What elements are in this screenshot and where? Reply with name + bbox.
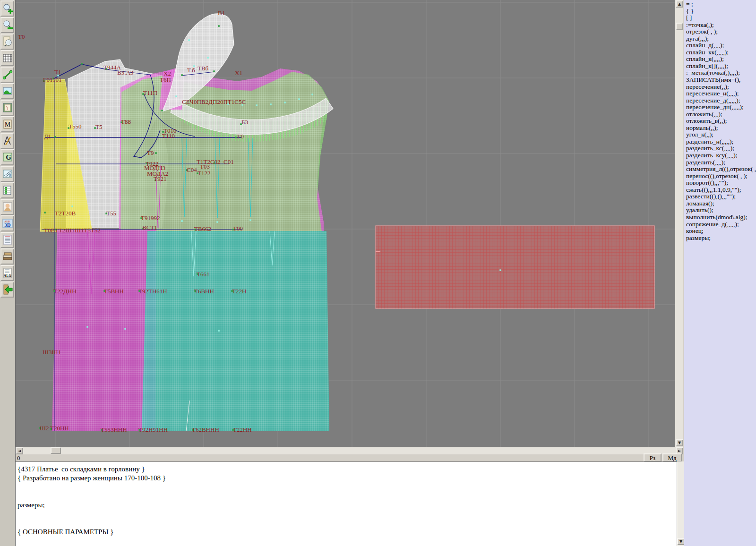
pattern-piece-button[interactable] bbox=[0, 100, 14, 116]
exit-button[interactable] bbox=[0, 282, 14, 298]
zoom-out-button[interactable] bbox=[0, 17, 14, 33]
command-item[interactable]: сжать((),,,1.1,0.9,""); bbox=[686, 187, 756, 194]
pattern-piece-skirt-teal[interactable] bbox=[142, 231, 329, 431]
canvas-vertical-scrollbar[interactable]: ▲ ▼ bbox=[675, 0, 683, 447]
command-item[interactable]: угол_к(,,); bbox=[686, 131, 756, 138]
image-button[interactable] bbox=[0, 83, 14, 99]
command-item[interactable]: симметрия_л((),отрезок( , ); bbox=[686, 166, 756, 173]
segment-tool-button[interactable] bbox=[0, 67, 14, 83]
3d-icon: АБВ3D bbox=[2, 217, 13, 230]
command-item[interactable]: ломаная(); bbox=[686, 200, 756, 207]
size-table-button[interactable] bbox=[0, 182, 14, 198]
command-item[interactable]: развести((),(),,,""); bbox=[686, 193, 756, 200]
grid-button[interactable] bbox=[0, 50, 14, 66]
text-list-button[interactable] bbox=[0, 232, 14, 248]
command-item[interactable]: { } bbox=[686, 8, 756, 15]
drawing-canvas[interactable]: Т0В1Т1Г01101Т944АВЗ.А3Х2Т6ПТ.бТВбХ1Т11ПС… bbox=[16, 0, 675, 447]
command-item[interactable]: размеры; bbox=[686, 235, 756, 242]
command-item[interactable]: конец; bbox=[686, 228, 756, 235]
command-item[interactable]: отрезок( , ); bbox=[686, 28, 756, 35]
command-item[interactable]: отложить_в(,,); bbox=[686, 118, 756, 125]
point-marker[interactable] bbox=[124, 328, 126, 330]
command-item[interactable]: :=метка(точка(,),,,,); bbox=[686, 69, 756, 77]
point-marker[interactable] bbox=[218, 25, 220, 27]
preview-button[interactable] bbox=[0, 34, 14, 50]
algorithm-editor[interactable]: {4317 Платье со складками в горловину }{… bbox=[16, 461, 677, 546]
command-item[interactable]: сплайн_к[](,,,,); bbox=[686, 63, 756, 70]
scroll-left-icon[interactable]: ◄ bbox=[16, 447, 23, 454]
command-item[interactable]: :=точка(,); bbox=[686, 22, 756, 29]
svg-text:3D: 3D bbox=[4, 222, 11, 228]
point-marker[interactable] bbox=[249, 219, 251, 221]
marker-m-button[interactable]: M bbox=[0, 116, 14, 132]
command-item[interactable]: ЗАПИСАТЬ(имя=(), bbox=[686, 77, 756, 84]
canvas-horizontal-scrollbar[interactable]: ◄ ► bbox=[16, 447, 683, 454]
sketch-button[interactable]: 8 bbox=[0, 166, 14, 182]
point-marker[interactable] bbox=[188, 39, 190, 41]
algorithm-button[interactable]: ALG bbox=[0, 265, 14, 281]
point-marker[interactable] bbox=[499, 269, 501, 271]
zoom-in-button[interactable] bbox=[0, 0, 14, 17]
command-item[interactable]: = ; bbox=[686, 1, 756, 8]
drafting-button[interactable] bbox=[0, 133, 14, 149]
point-marker[interactable] bbox=[44, 212, 46, 213]
point-marker[interactable] bbox=[256, 104, 258, 106]
point-marker[interactable] bbox=[181, 220, 183, 222]
scroll-up-icon[interactable]: ▲ bbox=[676, 0, 683, 8]
command-item[interactable]: пересечение_дн(,,,,,); bbox=[686, 104, 756, 111]
editor-vertical-scrollbar[interactable]: ▼ bbox=[677, 461, 684, 546]
command-item[interactable]: сплайн_кк(,,,,,); bbox=[686, 49, 756, 56]
point-marker[interactable] bbox=[86, 326, 88, 328]
command-item[interactable]: сплайн_д(,,,,); bbox=[686, 42, 756, 49]
command-item[interactable]: пересечение_д(,,,,,); bbox=[686, 97, 756, 104]
point-marker[interactable] bbox=[284, 102, 286, 103]
command-item[interactable]: дуга(,,,); bbox=[686, 35, 756, 43]
point-marker[interactable] bbox=[235, 136, 237, 138]
command-item[interactable]: нормаль(,,); bbox=[686, 125, 756, 132]
point-marker[interactable] bbox=[81, 63, 83, 65]
scroll-down-icon[interactable]: ▼ bbox=[676, 439, 683, 446]
command-item[interactable]: перенос((),отрезок( , ); bbox=[686, 173, 756, 180]
pattern-drawing[interactable]: Т0В1Т1Г01101Т944АВЗ.А3Х2Т6ПТ.бТВбХ1Т11ПС… bbox=[16, 0, 675, 447]
command-item[interactable]: пересечение(,,); bbox=[686, 84, 756, 91]
command-item[interactable]: разделить_ксу(,,,,); bbox=[686, 152, 756, 159]
point-marker[interactable] bbox=[175, 95, 177, 97]
point-marker[interactable] bbox=[218, 330, 220, 332]
portrait-button[interactable] bbox=[0, 199, 14, 215]
command-item[interactable]: разделить_кс(,,,,); bbox=[686, 145, 756, 152]
command-item[interactable]: разделить_н(,,,,,); bbox=[686, 138, 756, 145]
point-marker[interactable] bbox=[207, 57, 209, 59]
command-item[interactable]: сопряжение_д(,,,,,); bbox=[686, 221, 756, 228]
point-marker[interactable] bbox=[213, 70, 215, 72]
command-palette: = ;{ }[ ]:=точка(,);отрезок( , );дуга(,,… bbox=[684, 0, 756, 546]
point-marker[interactable] bbox=[270, 103, 272, 105]
command-item[interactable]: поворот((),,,""); bbox=[686, 179, 756, 187]
point-marker[interactable] bbox=[155, 152, 157, 154]
view-3d-button[interactable]: АБВ3D bbox=[0, 215, 14, 231]
point-marker[interactable] bbox=[311, 94, 313, 95]
md-button[interactable]: Мд bbox=[662, 453, 682, 462]
point-marker[interactable] bbox=[298, 98, 300, 100]
command-item[interactable]: разделить(,,,,); bbox=[686, 159, 756, 166]
horizontal-scroll-thumb[interactable] bbox=[51, 447, 61, 454]
editor-scroll-down-icon[interactable]: ▼ bbox=[677, 538, 685, 545]
point-marker[interactable] bbox=[161, 110, 163, 111]
zoom-out-icon bbox=[2, 19, 13, 31]
point-marker[interactable] bbox=[71, 205, 73, 207]
point-marker[interactable] bbox=[181, 74, 183, 76]
command-item[interactable]: выполнить(dmod\.alg); bbox=[686, 214, 756, 221]
rz-button[interactable]: Рз bbox=[644, 453, 662, 462]
library-button[interactable] bbox=[0, 248, 14, 264]
pattern-piece-skirt-magenta[interactable] bbox=[52, 230, 156, 431]
command-item[interactable]: сплайн_к(,,,,); bbox=[686, 56, 756, 63]
point-marker[interactable] bbox=[216, 221, 218, 223]
command-item[interactable]: отложить(,,,); bbox=[686, 111, 756, 118]
gracia-button[interactable]: G bbox=[0, 149, 14, 165]
command-item[interactable]: пересечение_н(,,,,); bbox=[686, 90, 756, 97]
point-label: Т553ННН bbox=[101, 426, 127, 433]
command-item[interactable]: [ ] bbox=[686, 15, 756, 22]
point-marker[interactable] bbox=[54, 136, 56, 138]
command-item[interactable]: удалить(); bbox=[686, 207, 756, 214]
vertical-scroll-thumb[interactable] bbox=[676, 23, 683, 30]
pattern-piece-grading-grid[interactable] bbox=[376, 226, 654, 308]
